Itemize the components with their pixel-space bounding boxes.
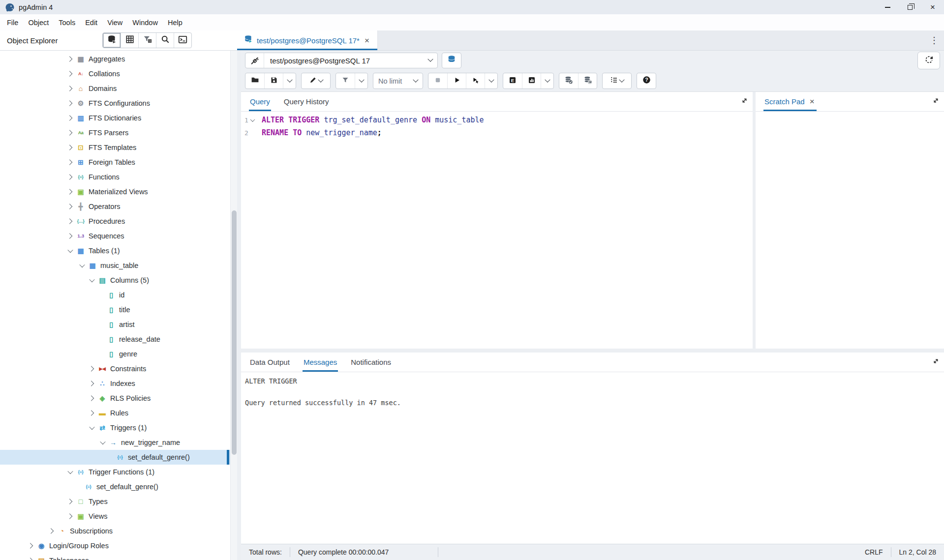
tree-item-triggers-1[interactable]: ⇄Triggers (1) xyxy=(0,420,230,435)
chevron-right-icon[interactable] xyxy=(65,83,76,94)
tree-item-set-default-genre[interactable]: {≡}set_default_genre() xyxy=(0,479,230,494)
tree-item-views[interactable]: ▣Views xyxy=(0,509,230,524)
chevron-down-icon[interactable] xyxy=(77,260,88,271)
tree-item-indexes[interactable]: ∴Indexes xyxy=(0,376,230,391)
tree-item-domains[interactable]: ⌂Domains xyxy=(0,81,230,96)
tree-item-genre[interactable]: ▯genre xyxy=(0,347,230,361)
filter-button[interactable] xyxy=(336,73,355,88)
editor-expand-button[interactable] xyxy=(736,92,753,111)
chevron-right-icon[interactable] xyxy=(65,231,76,241)
eol-indicator[interactable]: CRLF xyxy=(857,547,891,557)
tree-item-login-group-roles[interactable]: ◉Login/Group Roles xyxy=(0,538,230,553)
tree-item-fts-configurations[interactable]: ⚙FTS Configurations xyxy=(0,96,230,111)
tab-query-history[interactable]: Query History xyxy=(283,92,330,111)
execute-to-cursor-button[interactable] xyxy=(466,73,485,88)
menu-item-tools[interactable]: Tools xyxy=(54,16,80,29)
tab-query[interactable]: Query xyxy=(249,92,271,111)
tree-item-aggregates[interactable]: ▦Aggregates xyxy=(0,52,230,66)
explain-dropdown-button[interactable] xyxy=(541,73,553,88)
tree-item-artist[interactable]: ▯artist xyxy=(0,317,230,332)
tree-item-materialized-views[interactable]: ▣Materialized Views xyxy=(0,184,230,199)
chevron-right-icon[interactable] xyxy=(65,157,76,168)
tree-item-trigger-functions-1[interactable]: {≡}Trigger Functions (1) xyxy=(0,465,230,479)
tree-item-music-table[interactable]: ▦music_table xyxy=(0,258,230,273)
help-button[interactable]: ? xyxy=(637,73,656,88)
output-splitter[interactable] xyxy=(241,349,944,353)
tab-data-output[interactable]: Data Output xyxy=(249,353,291,372)
chevron-right-icon[interactable] xyxy=(65,142,76,153)
tab-notifications[interactable]: Notifications xyxy=(350,353,392,372)
tree-item-id[interactable]: ▯id xyxy=(0,288,230,302)
chevron-down-icon[interactable] xyxy=(87,275,97,286)
chevron-right-icon[interactable] xyxy=(65,186,76,197)
edit-menu-button[interactable] xyxy=(302,73,330,88)
restore-layout-button[interactable] xyxy=(917,52,940,69)
tree-item-new-trigger-name[interactable]: →new_trigger_name xyxy=(0,435,230,450)
output-expand-button[interactable] xyxy=(927,353,944,372)
tree-item-operators[interactable]: ╋Operators xyxy=(0,199,230,214)
tree-item-collations[interactable]: A↓Collations xyxy=(0,66,230,81)
tree-item-foreign-tables[interactable]: ⊞Foreign Tables xyxy=(0,155,230,170)
row-limit-select[interactable]: No limit xyxy=(373,73,423,88)
chevron-right-icon[interactable] xyxy=(46,526,57,536)
connection-select[interactable]: test/postgres@PostgreSQL 17 xyxy=(245,53,438,68)
scratch-pad-body[interactable] xyxy=(756,112,944,349)
execute-dropdown-button[interactable] xyxy=(485,73,497,88)
search-button[interactable] xyxy=(156,33,174,48)
commit-button[interactable] xyxy=(559,73,578,88)
properties-button[interactable] xyxy=(121,33,138,48)
menu-item-help[interactable]: Help xyxy=(163,16,187,29)
tab-menu-button[interactable]: ⋮ xyxy=(924,30,944,50)
tree-item-set-default-genre[interactable]: {≡}set_default_genre() xyxy=(0,450,230,465)
chevron-right-icon[interactable] xyxy=(26,540,36,551)
chevron-right-icon[interactable] xyxy=(87,393,97,404)
query-tool-tab[interactable]: test/postgres@PostgreSQL 17* × xyxy=(237,30,378,50)
close-button[interactable]: × xyxy=(921,0,944,14)
sql-editor[interactable]: 12 ALTER TRIGGER trg_set_default_genre O… xyxy=(241,112,753,349)
maximize-button[interactable] xyxy=(899,0,921,14)
tab-messages[interactable]: Messages xyxy=(303,353,338,372)
chevron-right-icon[interactable] xyxy=(65,113,76,123)
tree-item-constraints[interactable]: ▶◀Constraints xyxy=(0,361,230,376)
chevron-down-icon[interactable] xyxy=(97,437,108,448)
tree-item-fts-parsers[interactable]: AaFTS Parsers xyxy=(0,125,230,140)
tab-close-icon[interactable]: × xyxy=(364,36,370,45)
tree-scrollbar[interactable] xyxy=(230,51,237,560)
menu-item-object[interactable]: Object xyxy=(23,16,54,29)
filter-dropdown-button[interactable] xyxy=(355,73,367,88)
tree-item-columns-5[interactable]: ▤Columns (5) xyxy=(0,273,230,288)
explain-analyze-button[interactable] xyxy=(522,73,541,88)
tree-item-rules[interactable]: ▬Rules xyxy=(0,406,230,420)
menu-item-file[interactable]: File xyxy=(2,16,23,29)
chevron-right-icon[interactable] xyxy=(65,496,76,507)
tree-item-functions[interactable]: {≡}Functions xyxy=(0,170,230,184)
chevron-right-icon[interactable] xyxy=(26,555,36,560)
tree-item-tables-1[interactable]: ▦Tables (1) xyxy=(0,243,230,258)
scratch-expand-button[interactable] xyxy=(927,92,944,111)
tree-item-fts-templates[interactable]: ⊡FTS Templates xyxy=(0,140,230,155)
macros-button[interactable] xyxy=(603,73,631,88)
menu-item-view[interactable]: View xyxy=(102,16,127,29)
sidebar-splitter[interactable] xyxy=(237,51,241,560)
chevron-right-icon[interactable] xyxy=(65,127,76,138)
scratch-pad-close-icon[interactable]: × xyxy=(809,97,816,106)
explain-button[interactable]: E xyxy=(503,73,522,88)
tree-item-subscriptions[interactable]: ◔Subscriptions xyxy=(0,524,230,538)
menu-item-edit[interactable]: Edit xyxy=(80,16,102,29)
fold-chevron-icon[interactable] xyxy=(250,117,256,123)
connections-button[interactable] xyxy=(103,33,121,48)
stop-button[interactable] xyxy=(428,73,447,88)
tab-scratch-pad[interactable]: Scratch Pad × xyxy=(763,92,817,111)
tree-item-title[interactable]: ▯title xyxy=(0,302,230,317)
tree-scrollbar-thumb[interactable] xyxy=(232,210,237,455)
chevron-right-icon[interactable] xyxy=(65,98,76,109)
chevron-right-icon[interactable] xyxy=(65,54,76,64)
execute-button[interactable] xyxy=(447,73,466,88)
psql-button[interactable] xyxy=(174,33,191,48)
minimize-button[interactable] xyxy=(876,0,899,14)
tree-item-tablespaces[interactable]: ▤Tablespaces xyxy=(0,553,230,560)
chevron-right-icon[interactable] xyxy=(87,408,97,418)
chevron-right-icon[interactable] xyxy=(87,363,97,374)
tree-item-fts-dictionaries[interactable]: ▥FTS Dictionaries xyxy=(0,111,230,125)
chevron-right-icon[interactable] xyxy=(65,172,76,182)
